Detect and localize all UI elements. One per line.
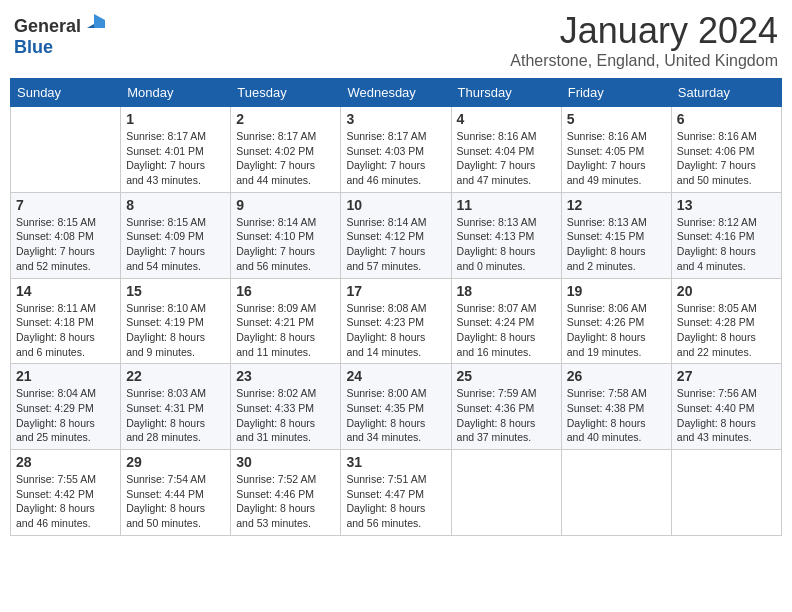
day-info: Sunrise: 8:10 AMSunset: 4:19 PMDaylight:… bbox=[126, 301, 225, 360]
day-number: 14 bbox=[16, 283, 115, 299]
day-info: Sunrise: 8:13 AMSunset: 4:15 PMDaylight:… bbox=[567, 215, 666, 274]
day-info: Sunrise: 7:58 AMSunset: 4:38 PMDaylight:… bbox=[567, 386, 666, 445]
calendar-table: SundayMondayTuesdayWednesdayThursdayFrid… bbox=[10, 78, 782, 536]
calendar-cell: 12Sunrise: 8:13 AMSunset: 4:15 PMDayligh… bbox=[561, 192, 671, 278]
calendar-cell: 2Sunrise: 8:17 AMSunset: 4:02 PMDaylight… bbox=[231, 107, 341, 193]
logo-icon bbox=[83, 10, 105, 32]
day-number: 1 bbox=[126, 111, 225, 127]
day-info: Sunrise: 7:54 AMSunset: 4:44 PMDaylight:… bbox=[126, 472, 225, 531]
day-number: 31 bbox=[346, 454, 445, 470]
day-number: 12 bbox=[567, 197, 666, 213]
day-number: 21 bbox=[16, 368, 115, 384]
day-info: Sunrise: 8:15 AMSunset: 4:09 PMDaylight:… bbox=[126, 215, 225, 274]
calendar-cell: 13Sunrise: 8:12 AMSunset: 4:16 PMDayligh… bbox=[671, 192, 781, 278]
calendar-cell: 14Sunrise: 8:11 AMSunset: 4:18 PMDayligh… bbox=[11, 278, 121, 364]
day-info: Sunrise: 8:14 AMSunset: 4:12 PMDaylight:… bbox=[346, 215, 445, 274]
day-info: Sunrise: 8:04 AMSunset: 4:29 PMDaylight:… bbox=[16, 386, 115, 445]
day-number: 13 bbox=[677, 197, 776, 213]
day-number: 4 bbox=[457, 111, 556, 127]
weekday-header-monday: Monday bbox=[121, 79, 231, 107]
day-info: Sunrise: 8:07 AMSunset: 4:24 PMDaylight:… bbox=[457, 301, 556, 360]
month-title: January 2024 bbox=[510, 10, 778, 52]
day-info: Sunrise: 8:12 AMSunset: 4:16 PMDaylight:… bbox=[677, 215, 776, 274]
day-info: Sunrise: 7:55 AMSunset: 4:42 PMDaylight:… bbox=[16, 472, 115, 531]
day-number: 19 bbox=[567, 283, 666, 299]
day-number: 11 bbox=[457, 197, 556, 213]
day-number: 23 bbox=[236, 368, 335, 384]
calendar-cell bbox=[671, 450, 781, 536]
day-number: 10 bbox=[346, 197, 445, 213]
day-number: 20 bbox=[677, 283, 776, 299]
calendar-cell bbox=[561, 450, 671, 536]
weekday-header-thursday: Thursday bbox=[451, 79, 561, 107]
calendar-cell: 30Sunrise: 7:52 AMSunset: 4:46 PMDayligh… bbox=[231, 450, 341, 536]
calendar-cell: 28Sunrise: 7:55 AMSunset: 4:42 PMDayligh… bbox=[11, 450, 121, 536]
day-info: Sunrise: 8:17 AMSunset: 4:03 PMDaylight:… bbox=[346, 129, 445, 188]
location-title: Atherstone, England, United Kingdom bbox=[510, 52, 778, 70]
day-number: 27 bbox=[677, 368, 776, 384]
calendar-cell: 18Sunrise: 8:07 AMSunset: 4:24 PMDayligh… bbox=[451, 278, 561, 364]
day-info: Sunrise: 7:51 AMSunset: 4:47 PMDaylight:… bbox=[346, 472, 445, 531]
day-info: Sunrise: 8:17 AMSunset: 4:01 PMDaylight:… bbox=[126, 129, 225, 188]
day-number: 26 bbox=[567, 368, 666, 384]
day-number: 30 bbox=[236, 454, 335, 470]
day-number: 15 bbox=[126, 283, 225, 299]
weekday-header-row: SundayMondayTuesdayWednesdayThursdayFrid… bbox=[11, 79, 782, 107]
day-info: Sunrise: 8:03 AMSunset: 4:31 PMDaylight:… bbox=[126, 386, 225, 445]
calendar-cell: 11Sunrise: 8:13 AMSunset: 4:13 PMDayligh… bbox=[451, 192, 561, 278]
calendar-cell: 27Sunrise: 7:56 AMSunset: 4:40 PMDayligh… bbox=[671, 364, 781, 450]
calendar-cell: 31Sunrise: 7:51 AMSunset: 4:47 PMDayligh… bbox=[341, 450, 451, 536]
calendar-cell: 17Sunrise: 8:08 AMSunset: 4:23 PMDayligh… bbox=[341, 278, 451, 364]
calendar-cell: 21Sunrise: 8:04 AMSunset: 4:29 PMDayligh… bbox=[11, 364, 121, 450]
svg-marker-1 bbox=[94, 14, 105, 28]
day-info: Sunrise: 8:02 AMSunset: 4:33 PMDaylight:… bbox=[236, 386, 335, 445]
day-info: Sunrise: 8:16 AMSunset: 4:06 PMDaylight:… bbox=[677, 129, 776, 188]
day-info: Sunrise: 7:56 AMSunset: 4:40 PMDaylight:… bbox=[677, 386, 776, 445]
calendar-cell: 8Sunrise: 8:15 AMSunset: 4:09 PMDaylight… bbox=[121, 192, 231, 278]
page-header: General Blue January 2024 Atherstone, En… bbox=[10, 10, 782, 70]
calendar-cell: 29Sunrise: 7:54 AMSunset: 4:44 PMDayligh… bbox=[121, 450, 231, 536]
calendar-cell: 23Sunrise: 8:02 AMSunset: 4:33 PMDayligh… bbox=[231, 364, 341, 450]
day-number: 5 bbox=[567, 111, 666, 127]
day-info: Sunrise: 7:52 AMSunset: 4:46 PMDaylight:… bbox=[236, 472, 335, 531]
logo-general: General bbox=[14, 16, 81, 36]
day-number: 2 bbox=[236, 111, 335, 127]
calendar-week-4: 21Sunrise: 8:04 AMSunset: 4:29 PMDayligh… bbox=[11, 364, 782, 450]
calendar-cell: 20Sunrise: 8:05 AMSunset: 4:28 PMDayligh… bbox=[671, 278, 781, 364]
day-number: 9 bbox=[236, 197, 335, 213]
weekday-header-wednesday: Wednesday bbox=[341, 79, 451, 107]
day-number: 16 bbox=[236, 283, 335, 299]
calendar-cell: 1Sunrise: 8:17 AMSunset: 4:01 PMDaylight… bbox=[121, 107, 231, 193]
day-number: 7 bbox=[16, 197, 115, 213]
day-number: 25 bbox=[457, 368, 556, 384]
day-info: Sunrise: 8:15 AMSunset: 4:08 PMDaylight:… bbox=[16, 215, 115, 274]
logo-blue: Blue bbox=[14, 37, 53, 57]
day-info: Sunrise: 8:08 AMSunset: 4:23 PMDaylight:… bbox=[346, 301, 445, 360]
calendar-cell: 24Sunrise: 8:00 AMSunset: 4:35 PMDayligh… bbox=[341, 364, 451, 450]
day-info: Sunrise: 8:09 AMSunset: 4:21 PMDaylight:… bbox=[236, 301, 335, 360]
title-area: January 2024 Atherstone, England, United… bbox=[510, 10, 778, 70]
weekday-header-tuesday: Tuesday bbox=[231, 79, 341, 107]
day-info: Sunrise: 8:16 AMSunset: 4:04 PMDaylight:… bbox=[457, 129, 556, 188]
calendar-cell: 25Sunrise: 7:59 AMSunset: 4:36 PMDayligh… bbox=[451, 364, 561, 450]
calendar-week-3: 14Sunrise: 8:11 AMSunset: 4:18 PMDayligh… bbox=[11, 278, 782, 364]
weekday-header-sunday: Sunday bbox=[11, 79, 121, 107]
day-info: Sunrise: 8:05 AMSunset: 4:28 PMDaylight:… bbox=[677, 301, 776, 360]
calendar-cell: 5Sunrise: 8:16 AMSunset: 4:05 PMDaylight… bbox=[561, 107, 671, 193]
calendar-cell: 26Sunrise: 7:58 AMSunset: 4:38 PMDayligh… bbox=[561, 364, 671, 450]
calendar-cell: 3Sunrise: 8:17 AMSunset: 4:03 PMDaylight… bbox=[341, 107, 451, 193]
calendar-week-5: 28Sunrise: 7:55 AMSunset: 4:42 PMDayligh… bbox=[11, 450, 782, 536]
weekday-header-friday: Friday bbox=[561, 79, 671, 107]
day-number: 18 bbox=[457, 283, 556, 299]
calendar-cell: 9Sunrise: 8:14 AMSunset: 4:10 PMDaylight… bbox=[231, 192, 341, 278]
day-number: 28 bbox=[16, 454, 115, 470]
day-info: Sunrise: 8:16 AMSunset: 4:05 PMDaylight:… bbox=[567, 129, 666, 188]
day-number: 8 bbox=[126, 197, 225, 213]
day-info: Sunrise: 8:13 AMSunset: 4:13 PMDaylight:… bbox=[457, 215, 556, 274]
calendar-cell: 7Sunrise: 8:15 AMSunset: 4:08 PMDaylight… bbox=[11, 192, 121, 278]
day-number: 17 bbox=[346, 283, 445, 299]
calendar-cell: 19Sunrise: 8:06 AMSunset: 4:26 PMDayligh… bbox=[561, 278, 671, 364]
day-info: Sunrise: 8:06 AMSunset: 4:26 PMDaylight:… bbox=[567, 301, 666, 360]
calendar-cell bbox=[11, 107, 121, 193]
calendar-cell: 10Sunrise: 8:14 AMSunset: 4:12 PMDayligh… bbox=[341, 192, 451, 278]
